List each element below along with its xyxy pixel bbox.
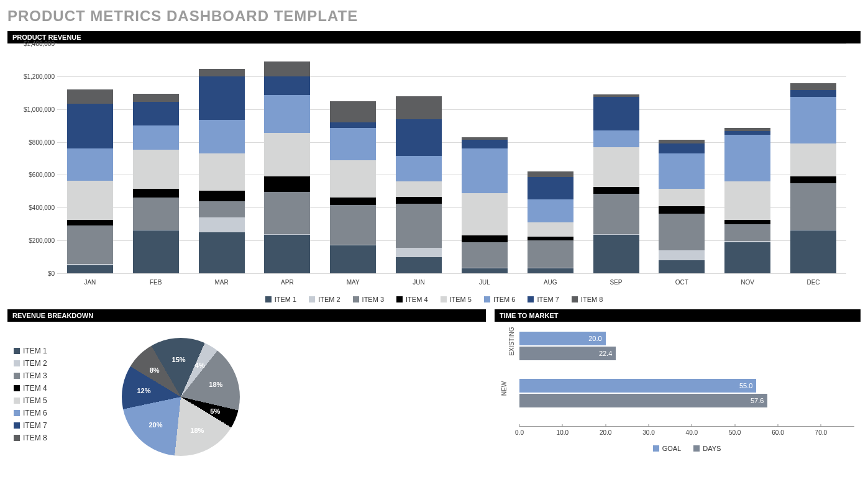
product-revenue-header: PRODUCT REVENUE — [7, 31, 861, 43]
x-tick: JUL — [452, 279, 518, 286]
hbar-category: NEW — [501, 381, 508, 396]
hbar-days: 57.6 — [519, 394, 767, 407]
x-tick: FEB — [123, 279, 189, 286]
legend-item: ITEM 8 — [572, 296, 603, 303]
pie-legend-item: ITEM 7 — [14, 421, 47, 430]
x-tick: APR — [254, 279, 320, 286]
legend-item: ITEM 2 — [309, 296, 340, 303]
pie-legend-item: ITEM 2 — [14, 359, 47, 368]
h-legend-item: GOAL — [653, 445, 682, 452]
bar-may — [330, 101, 376, 273]
h-tick: 60.0 — [772, 429, 783, 436]
bar-nov — [724, 128, 770, 273]
legend-item: ITEM 6 — [484, 296, 515, 303]
hbar-group-new: NEW55.057.6 — [519, 379, 854, 407]
bar-aug — [528, 171, 573, 273]
revenue-breakdown-panel: REVENUE BREAKDOWN ITEM 1ITEM 2ITEM 3ITEM… — [7, 309, 486, 458]
h-tick: 50.0 — [729, 429, 741, 436]
hbar-group-existing: EXISTING20.022.4 — [519, 332, 854, 360]
y-tick: $1,000,000 — [24, 106, 55, 112]
legend-item: ITEM 5 — [441, 296, 472, 303]
pie-slice-label: 5% — [210, 407, 220, 415]
pie-slice-label: 8% — [150, 366, 160, 374]
time-to-market-chart: EXISTING20.022.4NEW55.057.6 0.010.020.03… — [495, 322, 861, 458]
h-tick: 10.0 — [557, 429, 569, 436]
hbar-days: 22.4 — [519, 347, 616, 360]
legend-item: ITEM 1 — [265, 296, 296, 303]
h-tick: 0.0 — [515, 429, 524, 436]
bar-oct — [659, 140, 705, 273]
y-tick: $800,000 — [29, 139, 55, 145]
pie-chart: 15%4%18%5%18%20%12%8% — [122, 338, 240, 456]
hbar-category: EXISTING — [508, 327, 515, 356]
h-tick: 20.0 — [600, 429, 611, 436]
x-tick: MAY — [320, 279, 386, 286]
x-tick: AUG — [518, 279, 583, 286]
hbar-goal: 55.0 — [519, 379, 756, 393]
bar-sep — [593, 94, 639, 273]
x-tick: JAN — [57, 279, 123, 286]
bar-apr — [264, 61, 310, 273]
dashboard-title: PRODUCT METRICS DASHBOARD TEMPLATE — [7, 7, 861, 25]
product-revenue-panel: PRODUCT REVENUE $0$200,000$400,000$600,0… — [7, 31, 861, 303]
pie-slice-label: 20% — [149, 421, 163, 429]
y-tick: $400,000 — [29, 204, 55, 211]
x-tick: DEC — [780, 279, 846, 286]
bar-mar — [199, 69, 245, 273]
y-tick: $1,200,000 — [24, 73, 55, 80]
pie-legend-item: ITEM 6 — [14, 409, 47, 417]
pie-legend-item: ITEM 1 — [14, 347, 47, 355]
pie-legend-item: ITEM 8 — [14, 434, 47, 442]
x-tick: OCT — [649, 279, 715, 286]
bar-jan — [67, 89, 113, 273]
y-tick: $600,000 — [29, 171, 55, 178]
hbar-goal: 20.0 — [519, 332, 606, 345]
time-to-market-header: TIME TO MARKET — [495, 309, 861, 322]
pie-legend-item: ITEM 5 — [14, 396, 47, 405]
x-tick: MAR — [189, 279, 255, 286]
pie-slice-label: 18% — [190, 427, 204, 434]
pie-slice-label: 15% — [172, 356, 186, 363]
pie-legend-item: ITEM 4 — [14, 384, 47, 393]
legend-item: ITEM 7 — [528, 296, 559, 303]
x-tick: SEP — [583, 279, 649, 286]
bar-jun — [396, 96, 442, 273]
h-legend-item: DAYS — [693, 445, 721, 452]
revenue-breakdown-header: REVENUE BREAKDOWN — [7, 309, 486, 322]
x-tick: NOV — [715, 279, 780, 286]
product-revenue-legend: ITEM 1ITEM 2ITEM 3ITEM 4ITEM 5ITEM 6ITEM… — [7, 296, 861, 303]
bar-feb — [133, 94, 179, 273]
bar-dec — [790, 83, 836, 274]
pie-legend-item: ITEM 3 — [14, 371, 47, 380]
pie-slice-label: 18% — [209, 381, 222, 388]
h-tick: 70.0 — [815, 429, 827, 436]
x-tick: JUN — [386, 279, 452, 286]
y-tick: $200,000 — [29, 237, 55, 244]
h-tick: 40.0 — [686, 429, 698, 436]
h-tick: 30.0 — [642, 429, 654, 436]
y-tick: $1,400,000 — [24, 40, 55, 47]
pie-legend: ITEM 1ITEM 2ITEM 3ITEM 4ITEM 5ITEM 6ITEM… — [14, 347, 47, 442]
bar-jul — [462, 137, 508, 273]
y-tick: $0 — [48, 270, 55, 277]
pie-slice-label: 12% — [137, 387, 150, 394]
legend-item: ITEM 4 — [396, 296, 427, 303]
legend-item: ITEM 3 — [353, 296, 384, 303]
pie-slice-label: 4% — [195, 361, 205, 369]
time-to-market-panel: TIME TO MARKET EXISTING20.022.4NEW55.057… — [495, 309, 861, 458]
product-revenue-chart: $0$200,000$400,000$600,000$800,000$1,000… — [7, 43, 852, 292]
